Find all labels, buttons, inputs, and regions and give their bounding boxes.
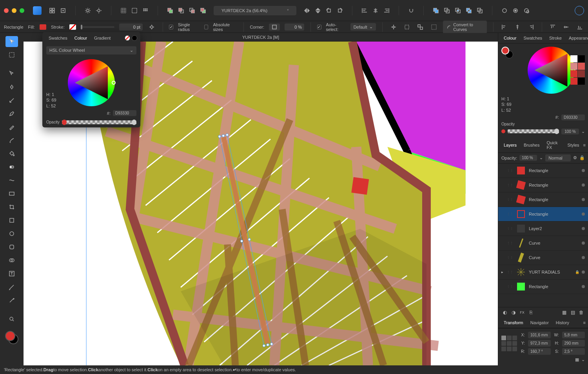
bool-subtract-icon[interactable] bbox=[442, 5, 452, 16]
opacity-dropdown-icon[interactable]: ⌄ bbox=[581, 129, 585, 134]
opacity-slider[interactable] bbox=[508, 129, 559, 133]
bool-divide-icon[interactable] bbox=[475, 5, 485, 16]
bool-xor-icon[interactable] bbox=[464, 5, 474, 16]
layer-row[interactable]: ⋮⋮Rectangle bbox=[498, 192, 588, 207]
rotate-cw-icon[interactable] bbox=[335, 5, 345, 16]
adjustment-layer-icon[interactable]: ◑ bbox=[510, 309, 517, 316]
transform-y-input[interactable]: 972,3 mm bbox=[528, 340, 551, 347]
transform-w-input[interactable]: 5,8 mm bbox=[562, 332, 585, 338]
visibility-toggle[interactable] bbox=[582, 241, 585, 245]
arrange-backward-icon[interactable] bbox=[187, 5, 197, 16]
align-center-icon[interactable] bbox=[370, 5, 381, 16]
export-persona-button[interactable] bbox=[58, 5, 68, 16]
tab-swatches[interactable]: Swatches bbox=[520, 34, 545, 42]
layer-row[interactable]: ⋮⋮Layer2 bbox=[498, 221, 588, 236]
float-color-wheel[interactable] bbox=[68, 59, 115, 106]
tab-history[interactable]: History bbox=[553, 319, 572, 326]
corner-value-input[interactable] bbox=[285, 24, 304, 31]
brush-tool[interactable] bbox=[5, 135, 18, 146]
align-h-left-icon[interactable] bbox=[500, 22, 508, 32]
float-tab-colour[interactable]: Colour bbox=[71, 34, 90, 42]
auto-select-checkbox[interactable] bbox=[317, 25, 321, 29]
transform-h-input[interactable]: 290 mm bbox=[562, 340, 585, 347]
stroke-width-slider[interactable] bbox=[81, 26, 114, 28]
layer-row[interactable]: ▸⋮⋮YURT RADIALS🔒 bbox=[498, 265, 588, 280]
transparency-tool[interactable] bbox=[5, 162, 18, 172]
anchor-selector[interactable] bbox=[501, 336, 517, 351]
opacity-input[interactable]: 100 % bbox=[561, 129, 579, 134]
visibility-toggle[interactable] bbox=[582, 256, 585, 259]
picker-icon[interactable] bbox=[132, 35, 137, 41]
transform-rotate-icon[interactable] bbox=[403, 22, 411, 32]
layer-settings-icon[interactable]: ⚙ bbox=[573, 155, 577, 160]
arrange-front-icon[interactable] bbox=[165, 5, 175, 16]
layer-row[interactable]: ⋮⋮Rectangle bbox=[498, 163, 588, 178]
transform-s-input[interactable]: 2,5 ° bbox=[562, 348, 585, 355]
bool-intersect-icon[interactable] bbox=[453, 5, 463, 16]
preferences-icon[interactable] bbox=[83, 5, 93, 16]
layer-lock-icon[interactable]: 🔒 bbox=[579, 155, 585, 160]
knife-tool[interactable] bbox=[5, 281, 18, 292]
align-right-icon[interactable] bbox=[381, 5, 392, 16]
transform-r-input[interactable]: 160,7 ° bbox=[528, 348, 551, 355]
layer-row[interactable]: ⋮⋮Curve bbox=[498, 236, 588, 251]
add-layer-icon[interactable]: ▦ bbox=[561, 309, 568, 316]
tab-quickfx[interactable]: Quick FX bbox=[543, 139, 563, 151]
hex-input[interactable]: D93330 bbox=[561, 114, 585, 120]
visibility-toggle[interactable] bbox=[582, 169, 585, 172]
align-h-right-icon[interactable] bbox=[527, 22, 535, 32]
layer-opacity-input[interactable]: 100 % bbox=[519, 155, 537, 161]
color-picker-tool[interactable] bbox=[5, 295, 18, 306]
insert-target-icon[interactable] bbox=[510, 5, 521, 16]
align-v-middle-icon[interactable] bbox=[562, 22, 570, 32]
node-tool[interactable] bbox=[5, 68, 18, 79]
align-left-icon[interactable] bbox=[359, 5, 370, 16]
tab-brushes[interactable]: Brushes bbox=[521, 142, 543, 149]
add-pixel-layer-icon[interactable]: ▤ bbox=[569, 309, 576, 316]
document-setup-icon[interactable] bbox=[94, 5, 104, 16]
align-v-top-icon[interactable] bbox=[548, 22, 557, 32]
tab-transform[interactable]: Transform bbox=[501, 319, 526, 326]
arrange-forward-icon[interactable] bbox=[176, 5, 186, 16]
float-hex-input[interactable]: D93330 bbox=[113, 110, 136, 116]
corner-icon[interactable] bbox=[499, 5, 510, 16]
selection-tool[interactable] bbox=[5, 49, 18, 60]
pen-tool[interactable] bbox=[5, 108, 18, 119]
rounded-rectangle-tool[interactable] bbox=[5, 241, 18, 252]
account-icon[interactable] bbox=[575, 6, 584, 15]
grid-icon[interactable] bbox=[118, 5, 129, 16]
drag-handle-icon[interactable]: ⋮⋮ bbox=[507, 285, 513, 288]
floating-color-panel[interactable]: Swatches Colour Gradient HSL Colour Whee… bbox=[42, 32, 140, 127]
drag-handle-icon[interactable]: ⋮⋮ bbox=[507, 183, 513, 187]
recent-swatches[interactable] bbox=[570, 55, 585, 85]
ellipse-tool[interactable] bbox=[5, 228, 18, 239]
drag-handle-icon[interactable]: ⋮⋮ bbox=[507, 198, 513, 201]
drag-handle-icon[interactable]: ⋮⋮ bbox=[507, 212, 513, 216]
fill-swatch[interactable] bbox=[40, 24, 46, 30]
contour-tool[interactable] bbox=[5, 82, 18, 93]
layer-row[interactable]: ⋮⋮Rectangle bbox=[498, 207, 588, 221]
delete-layer-icon[interactable]: 🗑 bbox=[578, 309, 585, 316]
color-well[interactable] bbox=[5, 331, 18, 344]
visibility-toggle[interactable] bbox=[582, 183, 585, 187]
visibility-toggle[interactable] bbox=[582, 227, 585, 230]
float-opacity-slider[interactable] bbox=[62, 120, 136, 124]
drag-handle-icon[interactable]: ⋮⋮ bbox=[507, 270, 513, 274]
tab-stroke[interactable]: Stroke bbox=[546, 34, 565, 42]
place-image-tool[interactable] bbox=[5, 188, 18, 199]
cycle-select-icon[interactable] bbox=[416, 22, 425, 32]
bool-add-icon[interactable] bbox=[431, 5, 441, 16]
corner-type-dropdown[interactable] bbox=[269, 24, 280, 31]
flip-horizontal-icon[interactable] bbox=[302, 5, 312, 16]
drag-handle-icon[interactable]: ⋮⋮ bbox=[507, 256, 513, 259]
flip-vertical-icon[interactable] bbox=[313, 5, 323, 16]
stroke-width-input[interactable] bbox=[119, 24, 143, 31]
insert-inside-icon[interactable] bbox=[521, 5, 532, 16]
stroke-swatch[interactable] bbox=[69, 24, 76, 30]
tab-styles[interactable]: Styles bbox=[564, 142, 583, 149]
rotate-ccw-icon[interactable] bbox=[324, 5, 334, 16]
transform-x-input[interactable]: 101,6 mm bbox=[528, 332, 551, 338]
stroke-options-icon[interactable] bbox=[147, 22, 156, 32]
tab-navigator[interactable]: Navigator bbox=[527, 319, 552, 326]
view-tool[interactable] bbox=[5, 314, 18, 325]
